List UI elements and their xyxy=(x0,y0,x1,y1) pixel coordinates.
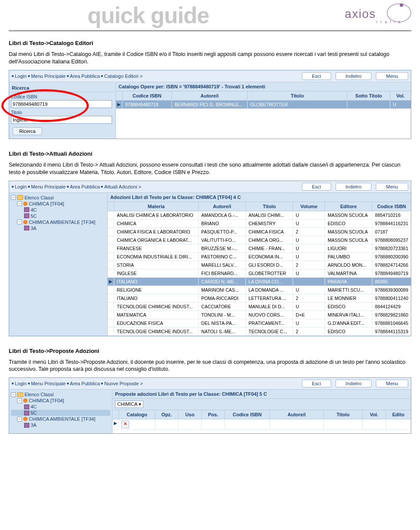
proposte-panel: Proposte adozioni Libri di Testo per la … xyxy=(112,390,411,433)
collapse-icon[interactable]: − xyxy=(17,201,22,206)
esci-button[interactable]: Esci xyxy=(302,72,331,80)
bc-login[interactable]: Login xyxy=(15,381,27,386)
col-editore: Editore xyxy=(325,202,372,211)
ricerca-button[interactable]: Ricerca xyxy=(13,127,42,135)
delete-button[interactable]: ✕ xyxy=(122,421,129,428)
menu-button[interactable]: Menu xyxy=(376,183,408,191)
bc-menu-principale[interactable]: Menu Principale xyxy=(31,381,66,386)
adozioni-header: Materia Autore/i Titolo Volume Editore C… xyxy=(108,202,411,211)
tree-class-5c[interactable]: 5C xyxy=(11,410,110,416)
table-row[interactable]: INGLESEFICI BERNARD...GLOBETROTTERUVALMA… xyxy=(108,269,411,278)
proposte-header: Catalogo Opz. Uso Pos. Codice ISBN Autor… xyxy=(112,410,411,419)
isbn-input[interactable] xyxy=(11,100,112,108)
table-row[interactable]: ECONOMIA INDUSTRIALE E DIRI...PASTORINO … xyxy=(108,253,411,261)
table-row[interactable]: ▶ ✕ xyxy=(112,419,411,430)
tree-course[interactable]: −CHIMICA [TF04] xyxy=(11,201,105,207)
page-header: quick guide axios I t a l i a xyxy=(0,0,420,31)
col-catalogo: Catalogo xyxy=(119,410,155,419)
person-icon xyxy=(23,202,28,206)
esci-button[interactable]: Esci xyxy=(302,183,331,191)
bc-nuove-proposte[interactable]: Nuove Proposte > xyxy=(104,381,143,386)
esci-button[interactable]: Esci xyxy=(302,380,331,387)
svg-text:I t a l i a: I t a l i a xyxy=(376,20,401,24)
titolo-input[interactable] xyxy=(11,116,112,124)
bc-menu-principale[interactable]: Menu Principale xyxy=(31,73,66,79)
class-tree-panel: −Elenco Classi −CHIMICA [TF04] 4C 5C −CH… xyxy=(9,390,112,433)
col-pos: Pos. xyxy=(201,410,224,419)
person-icon xyxy=(23,398,28,403)
table-row[interactable]: TECNOLOGIE CHIMICHE INDUST...NATOLI S.-M… xyxy=(108,328,411,336)
tree-root[interactable]: −Elenco Classi xyxy=(11,195,105,201)
collapse-icon[interactable]: − xyxy=(17,398,22,403)
table-row[interactable]: ▶ 9788849480719 BERNARDI FICI G. BROWNLE… xyxy=(116,101,411,109)
bc-area-pubblica[interactable]: Area Pubblica xyxy=(70,184,100,189)
col-isbn: Codice ISBN xyxy=(372,202,411,211)
table-row[interactable]: RELIGIONEMARINONI CAS...LA DOMANDA ...UM… xyxy=(108,286,411,294)
menu-button[interactable]: Menu xyxy=(376,380,408,387)
folder-icon xyxy=(17,195,23,200)
indietro-button[interactable]: Indietro xyxy=(336,72,372,80)
attuali-adozioni-app: Login Menu Principale Area Pubblica Attu… xyxy=(9,181,411,336)
table-row[interactable]: MATEMATICATONOLINI - M...NUOVO CORS...D+… xyxy=(108,311,411,319)
class-icon xyxy=(24,411,29,415)
class-tree-panel: −Elenco Classi −CHIMICA [TF04] 4C 5C −CH… xyxy=(9,193,108,336)
bc-attuali-adozioni[interactable]: Attuali Adozioni > xyxy=(104,184,141,189)
tree-class-3a[interactable]: 3A xyxy=(11,225,105,231)
col-vol: Vol. xyxy=(362,410,385,419)
adozioni-title: Adozioni Libri di Testo per la Classe: C… xyxy=(108,193,411,202)
titolo-label: Titolo xyxy=(11,110,114,115)
bc-login[interactable]: Login xyxy=(15,184,27,189)
bc-catalogo-editori[interactable]: Catalogo Editori > xyxy=(104,73,143,79)
menu-button[interactable]: Menu xyxy=(376,72,408,80)
isbn-label: Codice ISBN xyxy=(11,94,114,99)
collapse-icon[interactable]: − xyxy=(17,220,22,224)
col-titolo: Titolo xyxy=(245,202,293,211)
bc-area-pubblica[interactable]: Area Pubblica xyxy=(70,73,100,79)
svg-point-0 xyxy=(387,4,411,22)
results-header: Codice ISBN Autore/i Titolo Sotto Titolo… xyxy=(116,91,411,101)
folder-icon xyxy=(17,392,23,397)
table-row[interactable]: STORIAMARELLI SALV...GLI ESORDI D...2ARN… xyxy=(108,261,411,269)
class-icon xyxy=(24,207,29,212)
col-opz: Opz. xyxy=(155,410,178,419)
ricerca-panel-title: Ricerca xyxy=(11,84,114,92)
col-autore: Autore/i xyxy=(270,410,323,419)
collapse-icon[interactable]: − xyxy=(17,417,22,422)
table-row[interactable]: CHIMICABRIANOCHEMISTRYUEDISCO97888441162… xyxy=(108,220,411,228)
tree-root[interactable]: −Elenco Classi xyxy=(11,391,110,398)
collapse-icon[interactable]: − xyxy=(11,195,16,200)
indietro-button[interactable]: Indietro xyxy=(336,380,372,387)
tree-class-5c[interactable]: 5C xyxy=(11,213,105,219)
table-row[interactable]: TECNOLOGIE CHIMICHE INDUST...CACCIATOREM… xyxy=(108,303,411,311)
table-row[interactable]: ITALIANOPOMA-RICCARDILETTERATURA ...2LE … xyxy=(108,294,411,303)
indietro-button[interactable]: Indietro xyxy=(336,183,372,191)
sec1-title: Libri di Testo->Catalogo Editori xyxy=(9,40,411,46)
quick-guide-title: quick guide xyxy=(88,2,209,28)
table-row[interactable]: ANALISI CHIMICA E LABORATORIOAMANDOLA G.… xyxy=(108,211,411,220)
col-titolo: Titolo xyxy=(247,91,347,100)
table-row[interactable]: ▶ITALIANOCARIDEI N.-ME...LA DIVINA CO...… xyxy=(108,278,411,286)
collapse-icon[interactable]: − xyxy=(11,392,16,397)
breadcrumb: Login Menu Principale Area Pubblica Attu… xyxy=(9,181,411,193)
bc-menu-principale[interactable]: Menu Principale xyxy=(31,184,66,189)
tree-class-4c[interactable]: 4C xyxy=(11,207,105,213)
table-row[interactable]: EDUCAZIONE FISICADEL NISTA-PA...PRATICAM… xyxy=(108,319,411,328)
table-row[interactable]: CHIMICA FISICA E LABORATORIOPASQUETTO-P.… xyxy=(108,228,411,236)
catalogo-editori-app: Login Menu Principale Area Pubblica Cata… xyxy=(9,70,411,139)
bc-area-pubblica[interactable]: Area Pubblica xyxy=(70,381,100,386)
col-autore: Autore/i xyxy=(172,91,247,100)
bc-login[interactable]: Login xyxy=(15,73,27,79)
proposte-title: Proposte adozioni Libri di Testo per la … xyxy=(112,390,411,399)
tree-course[interactable]: −CHIMICA [TF04] xyxy=(11,398,110,404)
tree-course[interactable]: −CHIMICA AMBIENTALE [TF34] xyxy=(11,416,110,422)
col-uso: Uso xyxy=(178,410,201,419)
table-row[interactable]: FRANCESEBRUZZESE M.-...CHIMIE - FRAN...U… xyxy=(108,244,411,253)
col-edito: Edito xyxy=(385,410,411,419)
tree-class-4c[interactable]: 4C xyxy=(11,404,110,410)
col-autore: Autore/i xyxy=(198,202,245,211)
tree-class-3a[interactable]: 3A xyxy=(11,422,110,428)
tree-course[interactable]: −CHIMICA AMBIENTALE [TF34] xyxy=(11,219,105,225)
table-row[interactable]: CHIMICA ORGANICA E LABORAT...VALITUTTI-F… xyxy=(108,236,411,244)
col-sottotitolo: Sotto Titolo xyxy=(347,91,390,100)
materia-select[interactable]: CHIMICA ▾ xyxy=(115,401,144,408)
